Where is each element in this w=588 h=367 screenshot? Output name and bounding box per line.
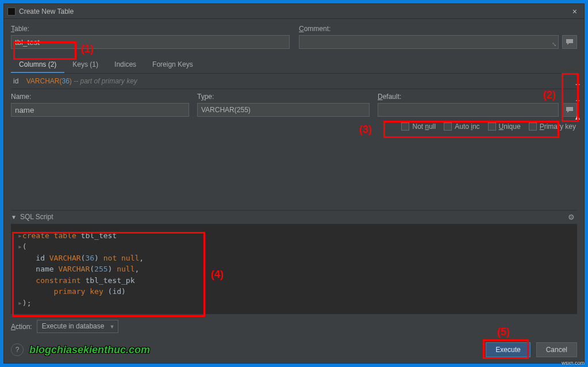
watermark: blogchiasekienthuc.com bbox=[29, 344, 150, 356]
dialog-window: Create New Table × Table: Comment: ⤢ bbox=[3, 3, 585, 364]
column-name-input[interactable] bbox=[11, 103, 189, 117]
field-edit-row: Name: Type: VARCHAR(255) Default: bbox=[11, 93, 577, 117]
tab-keys[interactable]: Keys (1) bbox=[64, 57, 106, 73]
tab-indices[interactable]: Indices bbox=[106, 57, 144, 73]
sql-script-label: SQL Script bbox=[20, 213, 53, 221]
table-name-input[interactable] bbox=[11, 35, 290, 49]
column-default-input[interactable] bbox=[378, 103, 559, 117]
column-summary-type-close: ) bbox=[70, 77, 72, 85]
cancel-button[interactable]: Cancel bbox=[536, 342, 577, 357]
check-unique[interactable]: Unique bbox=[488, 123, 521, 131]
checkbox-row: Not null Auto inc Unique Primary key bbox=[11, 123, 577, 131]
check-auto-inc[interactable]: Auto inc bbox=[444, 123, 479, 131]
name-label: Name: bbox=[11, 93, 189, 101]
column-type-input[interactable]: VARCHAR(255) bbox=[197, 103, 370, 117]
gear-icon[interactable]: ⚙ bbox=[568, 213, 577, 221]
tab-foreign-keys[interactable]: Foreign Keys bbox=[144, 57, 201, 73]
comment-input[interactable]: ⤢ bbox=[299, 35, 559, 49]
table-field-group: Table: bbox=[11, 25, 290, 49]
collapse-icon[interactable]: ▼ bbox=[11, 214, 17, 220]
footer: ? blogchiasekienthuc.com Execute Cancel bbox=[11, 340, 577, 358]
remove-column-button[interactable]: － bbox=[571, 93, 584, 109]
comment-field-group: Comment: ⤢ bbox=[299, 25, 577, 49]
check-primary-key[interactable]: Primary key bbox=[529, 123, 576, 131]
default-label: Default: bbox=[378, 93, 577, 101]
dialog-content: Table: Comment: ⤢ Columns (2) Keys (1) I… bbox=[4, 19, 584, 363]
table-label: Table: bbox=[11, 25, 290, 33]
side-tools: ＋ － ▲ bbox=[571, 77, 584, 125]
window-title: Create New Table bbox=[19, 7, 74, 16]
tab-columns[interactable]: Columns (2) bbox=[11, 57, 64, 73]
column-summary[interactable]: id VARCHAR(36) -- part of primary key bbox=[11, 74, 577, 89]
spacer bbox=[11, 131, 577, 210]
column-summary-name: id bbox=[13, 77, 18, 85]
corner-watermark: wsxn.com bbox=[562, 360, 585, 366]
app-icon bbox=[7, 7, 16, 16]
tabs: Columns (2) Keys (1) Indices Foreign Key… bbox=[11, 57, 577, 74]
move-up-button[interactable]: ▲ bbox=[571, 109, 584, 125]
close-icon[interactable]: × bbox=[569, 7, 581, 16]
action-dropdown[interactable]: Execute in database ▼ bbox=[37, 320, 119, 333]
column-summary-comment: -- part of primary key bbox=[74, 77, 137, 85]
help-button[interactable]: ? bbox=[11, 343, 24, 356]
comment-label: Comment: bbox=[299, 25, 577, 33]
add-column-button[interactable]: ＋ bbox=[571, 77, 584, 93]
titlebar: Create New Table × bbox=[4, 4, 584, 19]
action-label: Action: bbox=[11, 323, 32, 331]
sql-editor[interactable]: ▸create table tbl_test ▸( id VARCHAR(36)… bbox=[11, 224, 577, 315]
sql-script-header[interactable]: ▼ SQL Script ⚙ bbox=[11, 210, 577, 224]
chevron-down-icon: ▼ bbox=[110, 324, 115, 330]
column-summary-type-num: 36 bbox=[62, 77, 69, 85]
check-not-null[interactable]: Not null bbox=[401, 123, 436, 131]
expand-icon[interactable]: ⤢ bbox=[551, 42, 558, 47]
top-fields-row: Table: Comment: ⤢ bbox=[11, 25, 577, 49]
comment-side-button[interactable] bbox=[562, 35, 577, 49]
action-row: Action: Execute in database ▼ bbox=[11, 320, 577, 333]
column-summary-type-kw: VARCHAR( bbox=[26, 77, 62, 85]
type-label: Type: bbox=[197, 93, 370, 101]
execute-button[interactable]: Execute bbox=[486, 342, 530, 357]
